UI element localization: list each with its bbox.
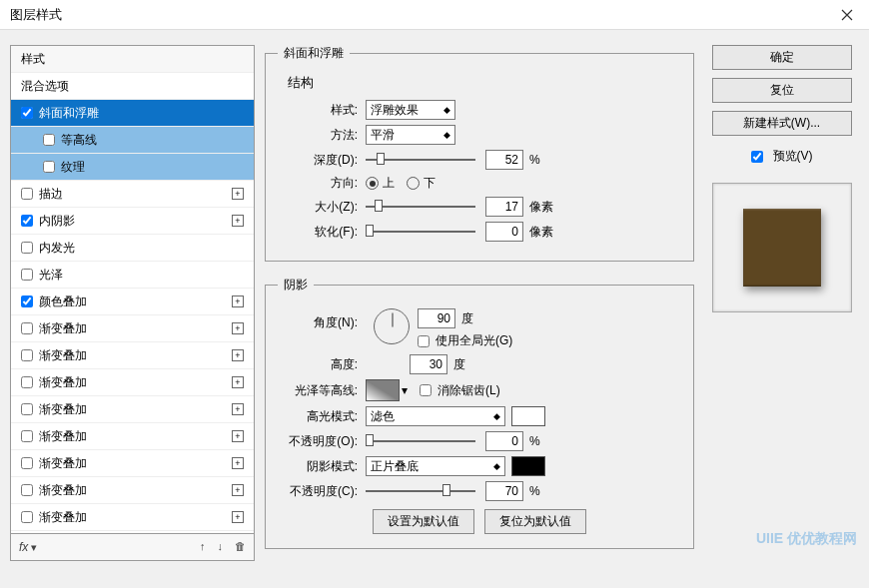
gradient-checkbox[interactable] xyxy=(21,403,33,415)
gradient-checkbox[interactable] xyxy=(21,322,33,334)
sidebar-item-color-overlay[interactable]: 颜色叠加 + xyxy=(11,289,254,315)
highlight-color-swatch[interactable] xyxy=(511,406,545,426)
sidebar-item-satin[interactable]: 光泽 xyxy=(11,262,254,289)
trash-icon[interactable]: 🗑 xyxy=(235,540,246,554)
plus-icon[interactable]: + xyxy=(232,376,244,388)
plus-icon[interactable]: + xyxy=(232,188,244,200)
depth-slider[interactable] xyxy=(366,153,475,167)
angle-dial[interactable] xyxy=(374,308,410,344)
gradient-checkbox[interactable] xyxy=(21,484,33,496)
sidebar-item-gradient-overlay[interactable]: 渐变叠加+ xyxy=(11,369,254,396)
style-label: 样式: xyxy=(278,102,358,119)
plus-icon[interactable]: + xyxy=(232,349,244,361)
styles-sidebar: 样式 混合选项 斜面和浮雕 等高线 纹理 描边 + 内阴影 + 内发光 xyxy=(10,45,255,578)
gradient-checkbox[interactable] xyxy=(21,457,33,469)
size-unit: 像素 xyxy=(529,199,553,216)
preview-checkbox[interactable] xyxy=(751,151,763,163)
cancel-button[interactable]: 复位 xyxy=(712,78,852,103)
blend-options[interactable]: 混合选项 xyxy=(11,73,254,100)
sidebar-item-texture[interactable]: 纹理 xyxy=(11,154,254,181)
sidebar-toolbar: fx ▾ ↑ ↓ 🗑 xyxy=(10,534,255,561)
highlight-opacity-slider[interactable] xyxy=(366,434,475,448)
sidebar-item-gradient-overlay[interactable]: 渐变叠加+ xyxy=(11,342,254,369)
plus-icon[interactable]: + xyxy=(232,457,244,469)
move-up-icon[interactable]: ↑ xyxy=(200,540,206,554)
styles-header[interactable]: 样式 xyxy=(11,46,254,73)
style-combo[interactable]: 浮雕效果◆ xyxy=(366,100,455,120)
depth-input[interactable] xyxy=(485,150,523,170)
global-light-checkbox[interactable] xyxy=(418,335,430,347)
inner-shadow-checkbox[interactable] xyxy=(21,215,33,227)
sidebar-item-gradient-overlay[interactable]: 渐变叠加+ xyxy=(11,423,254,450)
sidebar-item-label: 等高线 xyxy=(61,132,97,149)
sidebar-item-label: 渐变叠加 xyxy=(39,482,87,499)
reset-default-button[interactable]: 复位为默认值 xyxy=(484,509,586,534)
shadow-color-swatch[interactable] xyxy=(511,456,545,476)
highlight-mode-label: 高光模式: xyxy=(278,408,358,425)
plus-icon[interactable]: + xyxy=(232,322,244,334)
technique-combo[interactable]: 平滑◆ xyxy=(366,125,455,145)
shading-legend: 阴影 xyxy=(278,277,314,294)
settings-panel: 斜面和浮雕 结构 样式: 浮雕效果◆ 方法: 平滑◆ 深度(D): % 方向: … xyxy=(255,45,704,578)
sidebar-item-stroke[interactable]: 描边 + xyxy=(11,181,254,208)
structure-title: 结构 xyxy=(288,74,681,92)
fx-menu-button[interactable]: fx ▾ xyxy=(19,540,37,554)
inner-glow-checkbox[interactable] xyxy=(21,242,33,254)
size-slider[interactable] xyxy=(366,200,475,214)
make-default-button[interactable]: 设置为默认值 xyxy=(373,509,474,534)
new-style-button[interactable]: 新建样式(W)... xyxy=(712,111,852,136)
direction-down-radio[interactable]: 下 xyxy=(407,175,435,192)
close-button[interactable] xyxy=(824,0,869,30)
texture-checkbox[interactable] xyxy=(43,161,55,173)
chevron-down-icon: ◆ xyxy=(493,461,500,471)
soften-slider[interactable] xyxy=(366,225,475,239)
window-title: 图层样式 xyxy=(10,6,62,24)
antialias-checkbox[interactable] xyxy=(420,384,432,396)
plus-icon[interactable]: + xyxy=(232,511,244,523)
angle-label: 角度(N): xyxy=(278,308,358,331)
angle-input[interactable] xyxy=(418,308,455,328)
watermark: UIIE 优优教程网 xyxy=(756,530,857,548)
highlight-opacity-input[interactable] xyxy=(485,431,523,451)
sidebar-item-gradient-overlay[interactable]: 渐变叠加+ xyxy=(11,450,254,477)
plus-icon[interactable]: + xyxy=(232,215,244,227)
altitude-input[interactable] xyxy=(410,354,447,374)
color-overlay-checkbox[interactable] xyxy=(21,295,33,307)
plus-icon[interactable]: + xyxy=(232,295,244,307)
sidebar-item-gradient-overlay[interactable]: 渐变叠加+ xyxy=(11,315,254,342)
shadow-opacity-input[interactable] xyxy=(485,481,523,501)
bevel-checkbox[interactable] xyxy=(21,107,33,119)
sidebar-item-label: 描边 xyxy=(39,186,63,203)
plus-icon[interactable]: + xyxy=(232,430,244,442)
sidebar-item-gradient-overlay[interactable]: 渐变叠加+ xyxy=(11,504,254,531)
gradient-checkbox[interactable] xyxy=(21,376,33,388)
bevel-legend: 斜面和浮雕 xyxy=(278,45,350,62)
shadow-mode-combo[interactable]: 正片叠底◆ xyxy=(366,456,505,476)
gradient-checkbox[interactable] xyxy=(21,349,33,361)
ok-button[interactable]: 确定 xyxy=(712,45,852,70)
sidebar-item-inner-glow[interactable]: 内发光 xyxy=(11,235,254,262)
plus-icon[interactable]: + xyxy=(232,403,244,415)
sidebar-item-inner-shadow[interactable]: 内阴影 + xyxy=(11,208,254,235)
move-down-icon[interactable]: ↓ xyxy=(218,540,224,554)
gradient-checkbox[interactable] xyxy=(21,430,33,442)
plus-icon[interactable]: + xyxy=(232,484,244,496)
stroke-checkbox[interactable] xyxy=(21,188,33,200)
gloss-contour-picker[interactable] xyxy=(366,379,400,401)
sidebar-item-gradient-overlay[interactable]: 渐变叠加+ xyxy=(11,396,254,423)
chevron-down-icon: ◆ xyxy=(443,105,450,115)
chevron-down-icon: ◆ xyxy=(443,130,450,140)
gradient-checkbox[interactable] xyxy=(21,511,33,523)
size-input[interactable] xyxy=(485,197,523,217)
highlight-mode-combo[interactable]: 滤色◆ xyxy=(366,406,505,426)
sidebar-item-contour[interactable]: 等高线 xyxy=(11,127,254,154)
direction-up-radio[interactable]: 上 xyxy=(366,175,395,192)
sidebar-item-label: 光泽 xyxy=(39,267,63,284)
shadow-opacity-slider[interactable] xyxy=(366,484,475,498)
satin-checkbox[interactable] xyxy=(21,269,33,281)
soften-input[interactable] xyxy=(485,222,523,242)
sidebar-item-bevel[interactable]: 斜面和浮雕 xyxy=(11,100,254,127)
contour-checkbox[interactable] xyxy=(43,134,55,146)
chevron-down-icon[interactable]: ▾ xyxy=(402,383,408,397)
sidebar-item-gradient-overlay[interactable]: 渐变叠加+ xyxy=(11,477,254,504)
